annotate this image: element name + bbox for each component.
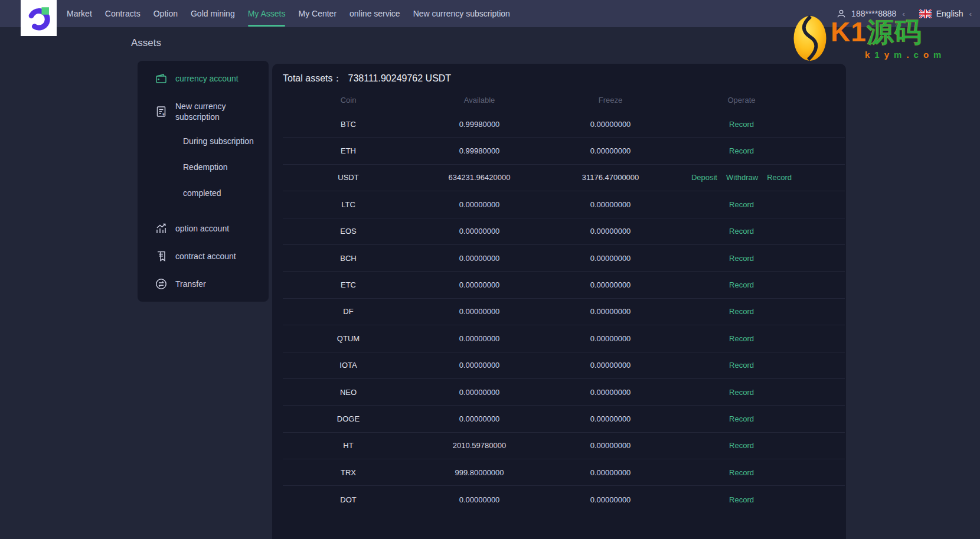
operate-cell: Record bbox=[676, 200, 807, 209]
record-link[interactable]: Record bbox=[729, 468, 754, 477]
operate-cell: Record bbox=[676, 146, 807, 155]
record-link[interactable]: Record bbox=[729, 254, 754, 263]
user-dropdown-chevron-icon[interactable]: ‹ bbox=[902, 9, 904, 18]
record-link[interactable]: Record bbox=[729, 120, 754, 129]
coin-symbol: BTC bbox=[283, 120, 414, 129]
subscription-doc-icon: ¥ bbox=[155, 105, 168, 118]
freeze-balance: 0.00000000 bbox=[545, 334, 676, 343]
available-balance: 0.00000000 bbox=[414, 388, 545, 397]
operate-cell: Record bbox=[676, 414, 807, 423]
nav-right-cluster: 188****8888 ‹ English ‹ bbox=[836, 8, 980, 19]
sidebar-item-label: contract account bbox=[175, 251, 236, 262]
available-balance: 634231.96420000 bbox=[414, 173, 545, 182]
record-link[interactable]: Record bbox=[729, 227, 754, 236]
language-dropdown-chevron-icon[interactable]: ‹ bbox=[969, 9, 972, 18]
available-balance: 0.00000000 bbox=[414, 307, 545, 316]
available-balance: 0.00000000 bbox=[414, 254, 545, 263]
record-link[interactable]: Record bbox=[729, 334, 754, 343]
coin-symbol: ETC bbox=[283, 280, 414, 289]
sidebar-item-new-currency-subscription[interactable]: ¥New currency subscription bbox=[138, 95, 269, 128]
nav-item-contracts[interactable]: Contracts bbox=[105, 0, 141, 27]
deposit-link[interactable]: Deposit bbox=[691, 173, 717, 182]
asset-row-btc: BTC0.999800000.00000000Record bbox=[283, 111, 845, 138]
record-link[interactable]: Record bbox=[729, 361, 754, 370]
logo[interactable] bbox=[21, 0, 57, 36]
asset-row-doge: DOGE0.000000000.00000000Record bbox=[283, 406, 845, 432]
coin-symbol: TRX bbox=[283, 468, 414, 477]
nav-item-gold-mining[interactable]: Gold mining bbox=[191, 0, 235, 27]
nav-item-my-center[interactable]: My Center bbox=[298, 0, 337, 27]
sidebar-item-label: currency account bbox=[175, 73, 239, 84]
asset-row-trx: TRX999.800000000.00000000Record bbox=[283, 459, 845, 486]
svg-text:¥: ¥ bbox=[162, 112, 165, 116]
freeze-balance: 0.00000000 bbox=[545, 388, 676, 397]
sidebar-item-redemption[interactable]: Redemption bbox=[138, 154, 269, 180]
freeze-balance: 0.00000000 bbox=[545, 146, 676, 155]
operate-cell: Record bbox=[676, 280, 807, 289]
sidebar-item-transfer[interactable]: Transfer bbox=[138, 273, 269, 295]
nav-item-my-assets[interactable]: My Assets bbox=[248, 0, 286, 27]
nav-item-online-service[interactable]: online service bbox=[349, 0, 400, 27]
asset-row-ht: HT2010.597800000.00000000Record bbox=[283, 433, 845, 459]
record-link[interactable]: Record bbox=[729, 441, 754, 450]
asset-row-ltc: LTC0.000000000.00000000Record bbox=[283, 191, 845, 218]
freeze-balance: 0.00000000 bbox=[545, 468, 676, 477]
nav-item-market[interactable]: Market bbox=[67, 0, 92, 27]
sidebar-item-completed[interactable]: completed bbox=[138, 180, 269, 206]
operate-cell: Record bbox=[676, 441, 807, 450]
sidebar-item-currency-account[interactable]: currency account bbox=[138, 68, 269, 89]
sidebar-item-label: During subscription bbox=[183, 136, 254, 146]
asset-row-qtum: QTUM0.000000000.00000000Record bbox=[283, 325, 845, 352]
person-icon bbox=[836, 8, 847, 19]
record-link[interactable]: Record bbox=[767, 173, 792, 182]
watermark-letter: 1 bbox=[874, 50, 884, 60]
available-balance: 0.00000000 bbox=[414, 227, 545, 236]
asset-row-bch: BCH0.000000000.00000000Record bbox=[283, 245, 845, 272]
user-phone[interactable]: 188****8888 bbox=[851, 9, 896, 18]
sidebar-item-during-subscription[interactable]: During subscription bbox=[138, 128, 269, 154]
coin-symbol: QTUM bbox=[283, 334, 414, 343]
record-link[interactable]: Record bbox=[729, 495, 754, 504]
available-balance: 0.00000000 bbox=[414, 334, 545, 343]
operate-cell: Record bbox=[676, 495, 807, 504]
record-link[interactable]: Record bbox=[729, 388, 754, 397]
record-link[interactable]: Record bbox=[729, 414, 754, 423]
column-header-available: Available bbox=[414, 96, 545, 104]
coin-symbol: LTC bbox=[283, 200, 414, 209]
available-balance: 0.00000000 bbox=[414, 495, 545, 504]
coin-symbol: DOGE bbox=[283, 414, 414, 423]
sidebar-item-contract-account[interactable]: contract account bbox=[138, 246, 269, 267]
asset-row-etc: ETC0.000000000.00000000Record bbox=[283, 272, 845, 298]
freeze-balance: 0.00000000 bbox=[545, 227, 676, 236]
operate-cell: DepositWithdrawRecord bbox=[676, 173, 807, 182]
coin-symbol: EOS bbox=[283, 227, 414, 236]
record-link[interactable]: Record bbox=[729, 146, 754, 155]
uk-flag-icon bbox=[919, 9, 932, 18]
language-selector[interactable]: English bbox=[936, 9, 963, 18]
asset-row-df: DF0.000000000.00000000Record bbox=[283, 299, 845, 325]
total-assets-label: Total assets： bbox=[283, 73, 342, 85]
sidebar-item-option-account[interactable]: option account bbox=[138, 218, 269, 239]
record-link[interactable]: Record bbox=[729, 280, 754, 289]
logo-green-square bbox=[41, 7, 49, 15]
freeze-balance: 0.00000000 bbox=[545, 441, 676, 450]
sidebar-item-label: Transfer bbox=[175, 279, 206, 289]
withdraw-link[interactable]: Withdraw bbox=[726, 173, 758, 182]
sidebar-item-label: Redemption bbox=[183, 162, 228, 172]
coin-symbol: DOT bbox=[283, 495, 414, 504]
freeze-balance: 31176.47000000 bbox=[545, 173, 676, 182]
nav-item-new-currency-subscription[interactable]: New currency subscription bbox=[413, 0, 510, 27]
available-balance: 0.00000000 bbox=[414, 361, 545, 370]
record-link[interactable]: Record bbox=[729, 200, 754, 209]
freeze-balance: 0.00000000 bbox=[545, 280, 676, 289]
record-link[interactable]: Record bbox=[729, 307, 754, 316]
operate-cell: Record bbox=[676, 468, 807, 477]
column-header-freeze: Freeze bbox=[545, 96, 676, 104]
transfer-icon bbox=[155, 277, 168, 290]
column-header-coin: Coin bbox=[283, 96, 414, 104]
operate-cell: Record bbox=[676, 120, 807, 129]
available-balance: 0.99980000 bbox=[414, 146, 545, 155]
watermark-letter: k bbox=[865, 50, 874, 60]
nav-item-option[interactable]: Option bbox=[153, 0, 178, 27]
operate-cell: Record bbox=[676, 361, 807, 370]
